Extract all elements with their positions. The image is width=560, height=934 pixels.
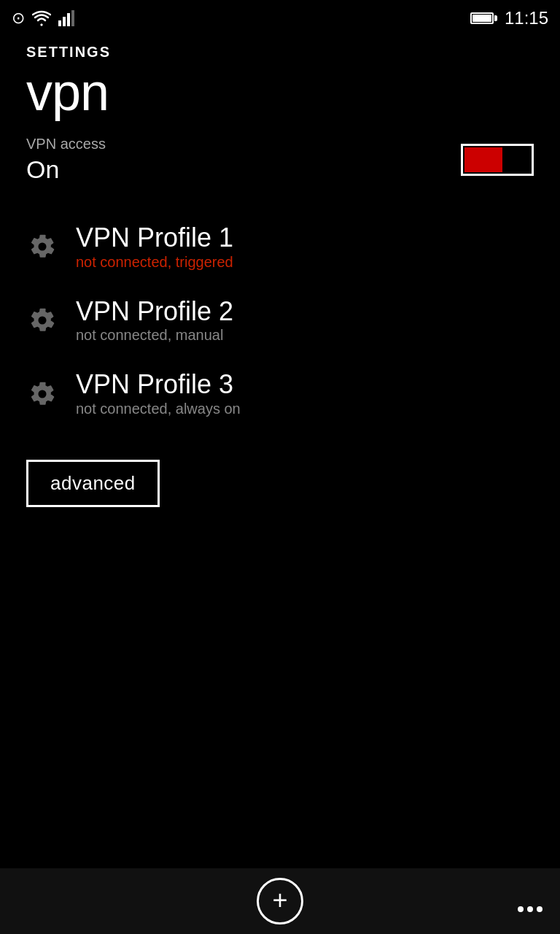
main-content: SETTINGS vpn VPN access On VPN Profile 1… (0, 36, 560, 507)
svg-rect-1 (63, 17, 66, 26)
status-icons: ⊙ (12, 9, 76, 28)
vpn-access-section: VPN access On (26, 136, 534, 184)
profile-3-text: VPN Profile 3 not connected, always on (76, 370, 241, 417)
time-display: 11:15 (505, 8, 548, 28)
dot-1 (518, 906, 524, 912)
gear-icon-2 (26, 304, 58, 336)
profile-1-status: not connected, triggered (76, 254, 233, 271)
status-right: 11:15 (470, 8, 548, 28)
advanced-button[interactable]: advanced (26, 460, 160, 507)
more-options-button[interactable] (518, 906, 542, 912)
svg-rect-3 (71, 10, 74, 26)
toggle-thumb (464, 147, 502, 172)
signal-icon (58, 10, 76, 26)
vpn-access-label: VPN access (26, 136, 106, 153)
page-title: vpn (26, 63, 534, 121)
app-icon: ⊙ (12, 9, 25, 28)
vpn-profile-1[interactable]: VPN Profile 1 not connected, triggered (26, 210, 534, 284)
profile-2-name: VPN Profile 2 (76, 297, 233, 326)
vpn-access-text: VPN access On (26, 136, 106, 184)
settings-label: SETTINGS (26, 44, 534, 61)
vpn-access-value: On (26, 155, 106, 184)
profile-1-name: VPN Profile 1 (76, 223, 233, 252)
profile-3-status: not connected, always on (76, 401, 241, 417)
profile-1-text: VPN Profile 1 not connected, triggered (76, 223, 233, 271)
vpn-profiles-list: VPN Profile 1 not connected, triggered V… (26, 210, 534, 431)
svg-rect-2 (67, 13, 70, 26)
wifi-icon (32, 10, 51, 26)
gear-icon-3 (26, 378, 58, 410)
plus-icon: + (272, 887, 287, 914)
dot-2 (527, 906, 533, 912)
vpn-toggle[interactable] (461, 144, 534, 176)
add-profile-button[interactable]: + (257, 878, 303, 925)
profile-2-status: not connected, manual (76, 327, 233, 344)
vpn-profile-2[interactable]: VPN Profile 2 not connected, manual (26, 284, 534, 358)
dot-3 (537, 906, 542, 912)
profile-3-name: VPN Profile 3 (76, 370, 241, 399)
gear-icon-1 (26, 231, 58, 263)
bottom-bar: + (0, 868, 560, 934)
profile-2-text: VPN Profile 2 not connected, manual (76, 297, 233, 344)
battery-icon (470, 12, 497, 24)
svg-rect-0 (58, 20, 61, 26)
vpn-profile-3[interactable]: VPN Profile 3 not connected, always on (26, 357, 534, 431)
status-bar: ⊙ 11:15 (0, 0, 560, 36)
